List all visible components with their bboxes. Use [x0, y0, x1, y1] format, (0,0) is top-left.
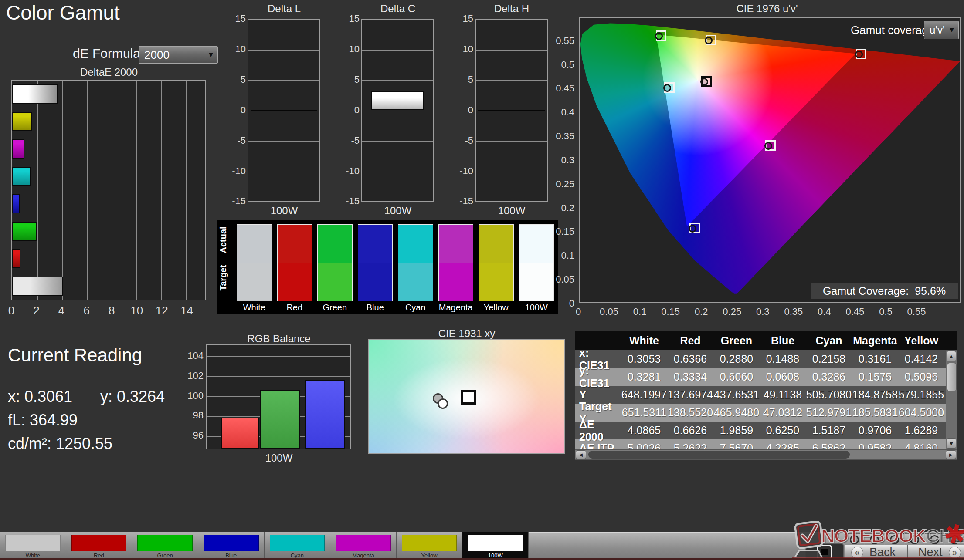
deltae-bar-yellow [12, 112, 32, 131]
table-header-Green: Green [713, 334, 760, 347]
scroll-up-button[interactable]: ▲ [947, 351, 956, 361]
scroll-right-button[interactable]: ► [946, 450, 956, 459]
cie1976-x-tick: 0.35 [784, 306, 803, 317]
delta-zero-line [478, 110, 545, 111]
delta-chart-delta-h: Delta H151050-5-10-15100W [458, 0, 549, 218]
swatch-actual [237, 225, 272, 263]
rgb-y-tick: 96 [177, 430, 204, 441]
tab-cyan[interactable]: Cyan [265, 532, 331, 560]
rgb-balance-plot [206, 344, 351, 449]
tab-yellow[interactable]: Yellow [397, 532, 463, 560]
toolbar-mini-button-2[interactable] [865, 533, 884, 546]
tab-100w[interactable]: 100W [462, 532, 529, 560]
deltae-x-tick: 8 [109, 304, 115, 317]
vertical-scroll-thumb[interactable] [947, 363, 957, 391]
swatch-column-cyan: Cyan [398, 224, 433, 313]
back-button[interactable]: « Back [845, 545, 907, 560]
tab-swatch [402, 535, 457, 551]
table-cell: 465.9480 [713, 406, 760, 419]
deltae-bar-100w [12, 84, 58, 104]
de-formula-value: 2000 [139, 48, 204, 62]
toolbar-mini-button-5[interactable] [925, 533, 944, 546]
delta-chart-title: Delta H [494, 3, 529, 15]
table-cell: 0.4142 [898, 353, 944, 365]
scroll-down-button[interactable]: ▼ [947, 438, 956, 449]
chevron-down-icon: ▼ [204, 51, 217, 59]
delta-chart-delta-c: Delta C151050-5-10-15100W [344, 0, 435, 218]
delta-y-tick: 5 [447, 74, 473, 85]
table-cell: 579.1855 [898, 388, 944, 401]
table-cell: 604.5000 [898, 406, 944, 419]
swatch-target [318, 263, 352, 301]
deltae-bar-row-yellow [12, 112, 205, 131]
delta-y-tick: -5 [447, 135, 473, 146]
delta-chart-x-label: 100W [271, 205, 298, 217]
scroll-left-button[interactable]: ◄ [576, 450, 586, 459]
rgb-y-tick: 102 [177, 370, 204, 381]
color-gamut-window: Color Gamut dE Formula: 2000 ▼ DeltaE 20… [0, 0, 964, 560]
cie1976-x-tick: 0.25 [723, 306, 741, 317]
tab-swatch [137, 535, 193, 551]
tab-swatch [204, 535, 259, 551]
swatch-pair [237, 224, 272, 301]
table-row-2: y: CIE310.32810.33340.60600.06080.32860.… [575, 368, 946, 386]
cie1931-target-square [461, 390, 476, 405]
de-formula-dropdown[interactable]: 2000 ▼ [139, 46, 218, 64]
deltae-x-tick: 12 [156, 304, 168, 317]
table-header-Blue: Blue [760, 334, 806, 347]
cie1976-x-tick: 0.5 [879, 306, 893, 317]
tab-white[interactable]: White [0, 532, 66, 560]
table-cell: 1.6289 [898, 424, 944, 437]
swatch-actual [278, 225, 312, 263]
table-cell: 0.9582 [852, 442, 898, 449]
table-cell: 6.5862 [806, 442, 852, 449]
delta-y-tick: -15 [447, 196, 473, 207]
toolbar-mini-button-1[interactable] [845, 533, 864, 546]
gridline [362, 80, 433, 81]
toolbar-mini-button-3[interactable] [885, 533, 904, 546]
delta-chart-plot [248, 19, 320, 202]
delta-y-tick: 0 [220, 105, 246, 116]
gamut-coverage-dropdown[interactable]: u'v' ▼ [924, 21, 959, 39]
swatch-columns: WhiteRedGreenBlueCyanMagentaYellow100W [237, 224, 554, 313]
table-cell: 437.6531 [713, 388, 760, 401]
swatch-pair [358, 224, 393, 301]
swatch-target [439, 263, 473, 301]
table-horizontal-scrollbar[interactable]: ◄ ► [575, 449, 957, 460]
table-cell: 0.6250 [760, 424, 806, 437]
table-row-6: ΔE ITP5.00265.26227.56704.22856.58620.95… [575, 439, 946, 449]
delta-zero-line [251, 110, 317, 111]
cie1976-marker-green [656, 30, 666, 41]
toolbar-mini-button-6[interactable] [945, 533, 964, 546]
tab-magenta[interactable]: Magenta [330, 532, 397, 560]
deltae-x-tick: 2 [33, 304, 39, 317]
table-vertical-scrollbar[interactable]: ▲ ▼ [946, 350, 957, 449]
table-cell: 184.8758 [852, 388, 898, 401]
cie1976-title: CIE 1976 u'v' [736, 3, 798, 15]
stop-button[interactable] [805, 543, 844, 560]
swatch-label: Blue [358, 303, 393, 313]
deltae-x-tick: 0 [8, 304, 14, 317]
toolbar-mini-button-4[interactable] [905, 533, 924, 546]
reading-cdm2: cd/m²: 1250.55 [8, 435, 112, 453]
cie1976-y-tick: 0.55 [544, 35, 574, 47]
cie1976-y-tick: 0 [544, 298, 574, 309]
next-button[interactable]: Next » [907, 545, 964, 560]
circle-icon [930, 535, 939, 544]
reading-x: x: 0.3061 [8, 388, 72, 406]
gridline [248, 80, 319, 81]
tab-red[interactable]: Red [66, 532, 132, 560]
table-cell: 1.9859 [713, 424, 760, 437]
swatch-label: Yellow [479, 303, 514, 313]
cie1976-x-tick: 0 [576, 306, 581, 317]
swatch-pair [398, 224, 433, 301]
tab-green[interactable]: Green [132, 532, 198, 560]
gamut-coverage-dropdown-value: u'v' [924, 24, 945, 36]
table-cell: 0.3161 [852, 353, 898, 365]
swatch-label: Magenta [438, 303, 474, 313]
cie1976-plot [579, 17, 961, 303]
cie1931-title: CIE 1931 xy [438, 327, 496, 340]
tab-blue[interactable]: Blue [198, 532, 265, 560]
horizontal-scroll-thumb[interactable] [588, 451, 850, 459]
reading-y: y: 0.3264 [100, 388, 165, 406]
